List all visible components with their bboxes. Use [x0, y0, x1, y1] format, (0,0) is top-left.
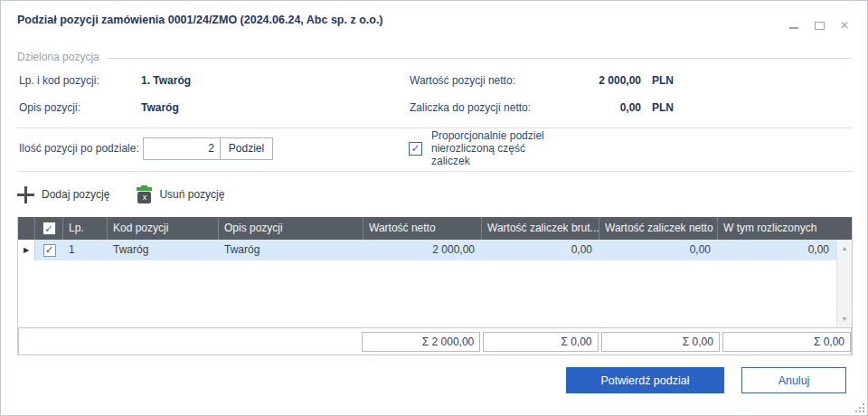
opis-value: Twaróg — [141, 101, 179, 114]
ilosc-label: Ilość pozycji po podziale: — [17, 142, 143, 155]
header-kod-pozycji[interactable]: Kod pozycji — [108, 217, 219, 240]
header-wartosc-netto[interactable]: Wartość netto — [363, 217, 482, 240]
sum-zaliczki-netto: Σ 0,00 — [601, 332, 720, 352]
field-row-2: Opis pozycji: Twaróg Zaliczka do pozycji… — [17, 99, 853, 117]
row-checkbox[interactable]: ✓ — [43, 244, 56, 257]
cancel-button[interactable]: Anuluj — [741, 367, 846, 393]
split-count-row: Ilość pozycji po podziale: Podziel ✓ Pro… — [17, 137, 853, 160]
header-indicator-cell — [18, 217, 35, 240]
grid-header-row: ✓ Lp. Kod pozycji Opis pozycji Wartość n… — [18, 217, 852, 240]
zaliczka-label: Zaliczka do pozycji netto: — [410, 101, 561, 114]
split-count-input[interactable] — [143, 137, 221, 160]
dialog-title: Podział pozycji zamówienia 0001/24/ZMO (… — [17, 14, 383, 26]
close-icon[interactable]: ✕ — [836, 19, 853, 32]
cell-opis[interactable]: Twaróg — [219, 240, 363, 260]
resize-grip[interactable] — [854, 402, 864, 412]
row-arrow-icon: ▶ — [24, 240, 29, 260]
confirm-split-button[interactable]: Potwierdź podział — [566, 367, 724, 393]
positions-grid: ✓ Lp. Kod pozycji Opis pozycji Wartość n… — [17, 217, 853, 355]
cell-lp[interactable]: 1 — [63, 240, 108, 260]
scroll-up-icon[interactable]: ▲ — [837, 241, 852, 255]
group-line — [107, 58, 853, 59]
wartosc-netto-currency: PLN — [652, 74, 674, 87]
cell-wartosc-netto[interactable]: 2 000,00 — [363, 240, 482, 260]
group-divided-position: Dzielona pozycja — [17, 50, 853, 64]
divider — [17, 171, 853, 172]
scroll-down-icon[interactable]: ▼ — [837, 312, 852, 326]
window-controls: ✕ — [786, 19, 853, 32]
grid-toolbar: Dodaj pozycję x Usuń pozycję — [17, 182, 853, 207]
check-icon: ✓ — [45, 245, 53, 255]
header-opis-pozycji[interactable]: Opis pozycji — [219, 217, 363, 240]
add-position-button[interactable]: Dodaj pozycję — [17, 186, 109, 203]
cell-kod[interactable]: Twaróg — [108, 240, 219, 260]
proportional-checkbox-wrap[interactable]: ✓ Proporcjonalnie podziel nierozliczoną … — [409, 129, 555, 167]
dialog-actions: Potwierdź podział Anuluj — [17, 367, 853, 393]
plus-icon — [17, 186, 34, 203]
header-w-tym-rozliczonych[interactable]: W tym rozliczonych — [718, 217, 852, 240]
remove-position-label: Usuń pozycję — [159, 188, 224, 201]
remove-position-button[interactable]: x Usuń pozycję — [137, 185, 224, 203]
divider — [17, 128, 853, 128]
add-position-label: Dodaj pozycję — [42, 188, 109, 201]
sum-wartosc-netto: Σ 2 000,00 — [362, 332, 480, 352]
cell-zaliczki-netto[interactable]: 0,00 — [599, 240, 718, 260]
table-row[interactable]: ▶ ✓ 1 Twaróg Twaróg 2 000,00 0,00 0,00 0… — [18, 240, 852, 260]
proportional-checkbox[interactable]: ✓ — [409, 142, 422, 156]
zaliczka-value: 0,00 — [561, 101, 641, 114]
header-lp[interactable]: Lp. — [63, 217, 108, 240]
trash-icon: x — [137, 185, 152, 203]
group-title: Dzielona pozycja — [17, 51, 99, 63]
row-indicator-cell: ▶ — [18, 240, 35, 260]
header-wartosc-zaliczek-brutto[interactable]: Wartość zaliczek brut... — [482, 217, 599, 240]
lp-kod-label: Lp. i kod pozycji: — [19, 74, 141, 87]
titlebar: Podział pozycji zamówienia 0001/24/ZMO (… — [1, 1, 867, 37]
check-icon: ✓ — [410, 143, 420, 154]
podziel-button[interactable]: Podziel — [220, 137, 273, 160]
grid-summary-row: Σ 2 000,00 Σ 0,00 Σ 0,00 Σ 0,00 — [18, 327, 852, 355]
sum-rozliczone: Σ 0,00 — [722, 332, 851, 352]
header-wartosc-zaliczek-netto[interactable]: Wartość zaliczek netto — [599, 217, 718, 240]
wartosc-netto-label: Wartość pozycji netto: — [410, 74, 561, 87]
lp-kod-value: 1. Twaróg — [141, 74, 191, 87]
grid-body: ▶ ✓ 1 Twaróg Twaróg 2 000,00 0,00 0,00 0… — [18, 240, 852, 327]
sum-zaliczki-brutto: Σ 0,00 — [483, 332, 598, 352]
wartosc-netto-value: 2 000,00 — [561, 74, 641, 87]
opis-label: Opis pozycji: — [19, 101, 141, 114]
zaliczka-currency: PLN — [652, 101, 674, 114]
vertical-scrollbar[interactable]: ▲ ▼ — [836, 240, 852, 327]
split-order-position-dialog: Podział pozycji zamówienia 0001/24/ZMO (… — [0, 0, 868, 416]
field-row-1: Lp. i kod pozycji: 1. Twaróg Wartość poz… — [17, 71, 853, 90]
cell-zaliczki-brutto[interactable]: 0,00 — [482, 240, 599, 260]
maximize-icon[interactable] — [811, 19, 827, 32]
cell-rozliczone[interactable]: 0,00 — [718, 240, 836, 260]
header-select-all-cell[interactable]: ✓ — [35, 217, 63, 240]
check-icon: ✓ — [44, 223, 53, 234]
dialog-content: Dzielona pozycja Lp. i kod pozycji: 1. T… — [17, 50, 853, 393]
select-all-checkbox[interactable]: ✓ — [42, 222, 56, 235]
minimize-icon[interactable] — [786, 19, 802, 32]
row-checkbox-cell[interactable]: ✓ — [35, 240, 63, 260]
proportional-checkbox-label: Proporcjonalnie podziel nierozliczoną cz… — [429, 129, 555, 167]
